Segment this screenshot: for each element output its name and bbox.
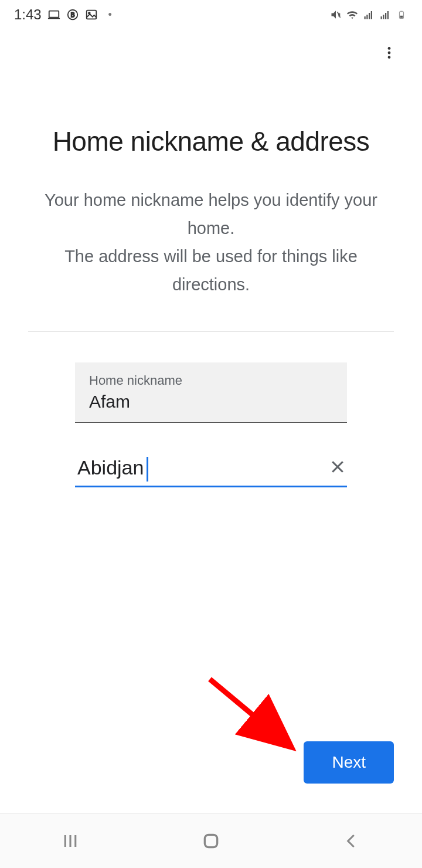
status-left: 1:43 B • (14, 6, 117, 23)
mute-icon (329, 8, 342, 21)
svg-rect-8 (366, 15, 367, 19)
next-button[interactable]: Next (304, 741, 394, 784)
battery-icon (395, 8, 408, 21)
signal-1-icon (362, 8, 375, 21)
address-input[interactable] (75, 456, 326, 479)
page-subtitle: Your home nickname helps you identify yo… (28, 187, 394, 299)
red-arrow-annotation (204, 673, 298, 755)
form: Home nickname (75, 362, 347, 487)
svg-rect-9 (369, 13, 370, 19)
nickname-label: Home nickname (89, 373, 333, 388)
circled-b-icon: B (66, 8, 79, 21)
svg-rect-7 (365, 16, 366, 19)
svg-rect-12 (383, 15, 384, 19)
svg-rect-10 (371, 11, 372, 19)
status-bar: 1:43 B • (0, 0, 422, 29)
svg-point-19 (388, 52, 391, 55)
page-title: Home nickname & address (28, 123, 394, 160)
main-content: Home nickname & address Your home nickna… (0, 76, 422, 487)
svg-rect-17 (400, 16, 403, 18)
nickname-input[interactable] (89, 392, 333, 412)
home-button[interactable] (176, 823, 246, 859)
dot-icon: • (104, 8, 117, 21)
svg-point-18 (388, 47, 391, 50)
svg-rect-0 (49, 11, 59, 18)
picture-icon (85, 8, 98, 21)
svg-point-20 (388, 56, 391, 59)
back-icon (343, 832, 360, 850)
svg-rect-11 (381, 16, 382, 19)
wifi-icon (346, 8, 359, 21)
more-vert-icon[interactable] (377, 41, 401, 65)
clear-button[interactable] (326, 456, 349, 480)
status-right (329, 8, 408, 21)
recents-icon (62, 832, 79, 850)
svg-rect-16 (400, 11, 403, 12)
back-button[interactable] (316, 823, 387, 859)
recents-button[interactable] (35, 823, 106, 859)
svg-rect-27 (205, 835, 217, 847)
navigation-bar (0, 813, 422, 868)
nickname-field[interactable]: Home nickname (75, 362, 347, 423)
text-cursor (147, 457, 148, 482)
svg-rect-13 (385, 13, 386, 19)
svg-rect-4 (86, 11, 96, 19)
signal-2-icon (379, 8, 392, 21)
svg-text:B: B (70, 12, 74, 18)
home-icon (202, 832, 220, 850)
app-bar (0, 29, 422, 76)
close-icon (329, 458, 346, 476)
svg-line-23 (210, 679, 280, 738)
status-time: 1:43 (14, 6, 42, 23)
address-field[interactable] (75, 456, 347, 487)
divider (28, 331, 394, 332)
laptop-icon (47, 8, 60, 21)
svg-rect-14 (387, 11, 389, 19)
